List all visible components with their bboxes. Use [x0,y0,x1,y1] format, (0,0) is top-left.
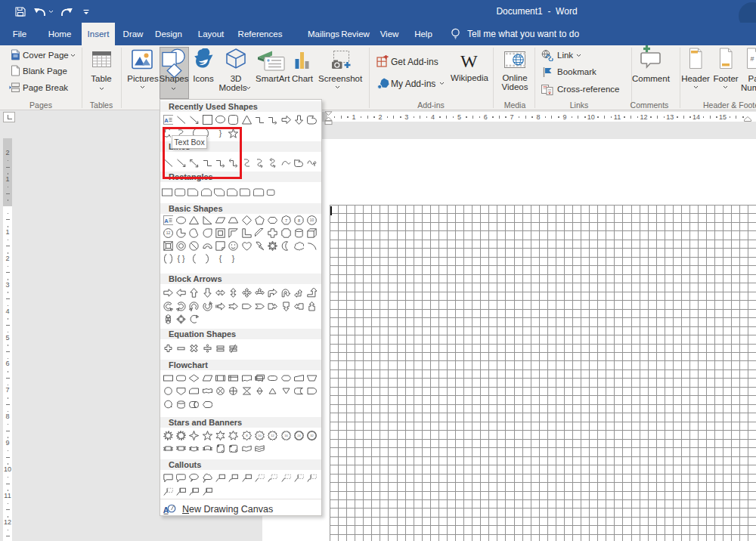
svg-text:7: 7 [285,218,287,222]
svg-text:8: 8 [246,434,248,437]
svg-text:12: 12 [166,231,171,235]
svg-text:}: } [232,254,235,263]
svg-text:16: 16 [284,434,288,437]
svg-text:32: 32 [310,434,314,437]
svg-text:10: 10 [258,434,262,437]
svg-text:{: { [219,254,222,263]
svg-text:8: 8 [298,218,300,222]
svg-text:{ }: { } [178,254,185,263]
svg-text:10: 10 [310,218,314,222]
svg-text:24: 24 [297,434,301,437]
svg-text:#: # [750,55,754,63]
svg-text:A: A [163,505,169,515]
svg-text:A: A [164,116,169,123]
svg-text:12: 12 [271,434,275,437]
svg-text:A: A [164,217,169,224]
